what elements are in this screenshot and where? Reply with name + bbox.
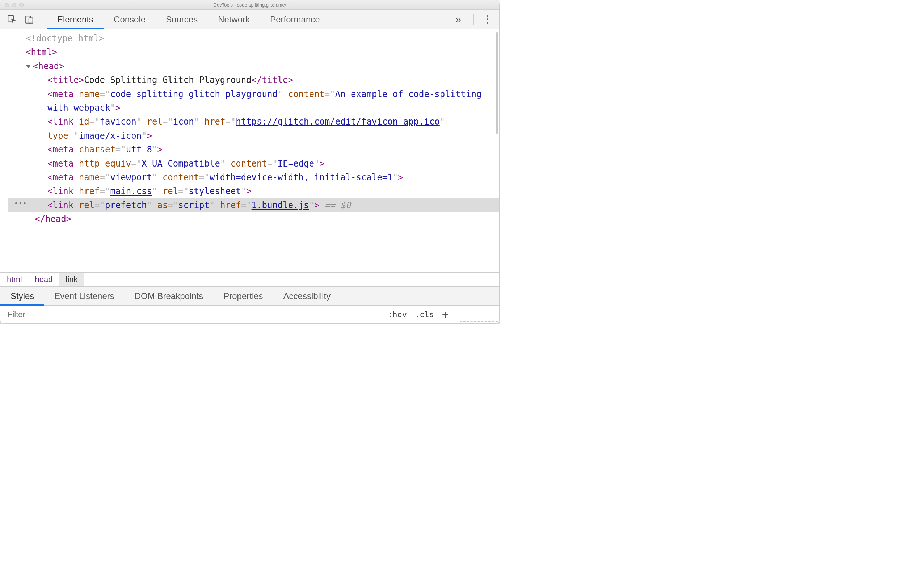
sidebar-tabs: Styles Event Listeners DOM Breakpoints P… bbox=[0, 287, 499, 305]
inspect-element-icon[interactable] bbox=[7, 14, 17, 25]
tab-performance[interactable]: Performance bbox=[260, 10, 330, 29]
device-toolbar-icon[interactable] bbox=[24, 14, 34, 25]
tab-elements[interactable]: Elements bbox=[47, 10, 103, 29]
tab-properties[interactable]: Properties bbox=[213, 287, 273, 305]
dom-node[interactable]: <html> bbox=[8, 45, 499, 59]
tab-sources[interactable]: Sources bbox=[156, 10, 208, 29]
new-style-rule-icon[interactable]: + bbox=[442, 308, 449, 321]
tag: html bbox=[31, 47, 52, 57]
tab-styles[interactable]: Styles bbox=[0, 287, 44, 305]
styles-filter-row: :hov .cls + bbox=[0, 305, 499, 324]
class-toggle[interactable]: .cls bbox=[415, 310, 434, 319]
close-window-icon[interactable] bbox=[5, 3, 9, 7]
collapse-arrow-icon[interactable] bbox=[26, 65, 31, 68]
dom-node[interactable]: </head> bbox=[8, 212, 499, 226]
dom-node[interactable]: <title>Code Splitting Glitch Playground<… bbox=[8, 73, 499, 87]
dom-node-selected[interactable]: <link rel="prefetch" as="script" href="1… bbox=[8, 199, 499, 212]
separator bbox=[473, 14, 474, 25]
tab-accessibility[interactable]: Accessibility bbox=[273, 287, 341, 305]
tab-network[interactable]: Network bbox=[208, 10, 260, 29]
dom-node[interactable]: <link id="favicon" rel="icon" href="http… bbox=[8, 115, 499, 143]
svg-rect-2 bbox=[29, 18, 33, 23]
breadcrumb-head[interactable]: head bbox=[29, 273, 59, 286]
filter-input[interactable] bbox=[0, 305, 380, 323]
doctype: <!doctype html> bbox=[26, 33, 104, 43]
dom-node[interactable]: <meta name="code splitting glitch playgr… bbox=[8, 87, 499, 115]
dom-node[interactable]: <!doctype html> bbox=[8, 32, 499, 45]
tab-event-listeners[interactable]: Event Listeners bbox=[44, 287, 124, 305]
scrollbar[interactable] bbox=[495, 32, 499, 133]
dom-node[interactable]: <meta name="viewport" content="width=dev… bbox=[8, 170, 499, 184]
dom-node[interactable]: <head> bbox=[8, 59, 499, 73]
minimize-window-icon[interactable] bbox=[12, 3, 16, 7]
breadcrumb-link[interactable]: link bbox=[59, 273, 84, 286]
separator bbox=[44, 14, 44, 25]
dom-node[interactable]: <link href="main.css" rel="stylesheet"> bbox=[8, 184, 499, 198]
devtools-window: DevTools - code-splitting.glitch.me/ Ele… bbox=[0, 0, 500, 324]
dom-node[interactable]: <meta http-equiv="X-UA-Compatible" conte… bbox=[8, 157, 499, 170]
breadcrumb: html head link bbox=[0, 272, 499, 287]
settings-menu-icon[interactable] bbox=[482, 15, 493, 24]
panel-tabs: Elements Console Sources Network Perform… bbox=[47, 10, 330, 29]
box-model-preview bbox=[456, 307, 499, 322]
window-title: DevTools - code-splitting.glitch.me/ bbox=[0, 2, 499, 8]
tab-dom-breakpoints[interactable]: DOM Breakpoints bbox=[124, 287, 213, 305]
hover-toggle[interactable]: :hov bbox=[388, 310, 407, 319]
more-tabs-icon[interactable]: » bbox=[451, 14, 465, 25]
dom-tree[interactable]: <!doctype html> <html> <head> <title>Cod… bbox=[0, 29, 499, 272]
breadcrumb-html[interactable]: html bbox=[0, 273, 29, 286]
main-toolbar: Elements Console Sources Network Perform… bbox=[0, 10, 499, 29]
tab-console[interactable]: Console bbox=[103, 10, 156, 29]
window-titlebar: DevTools - code-splitting.glitch.me/ bbox=[0, 0, 499, 10]
traffic-lights bbox=[0, 3, 24, 7]
tag: head bbox=[38, 61, 59, 72]
dom-node[interactable]: <meta charset="utf-8"> bbox=[8, 143, 499, 156]
console-reference: == $0 bbox=[319, 200, 351, 210]
zoom-window-icon[interactable] bbox=[19, 3, 24, 7]
